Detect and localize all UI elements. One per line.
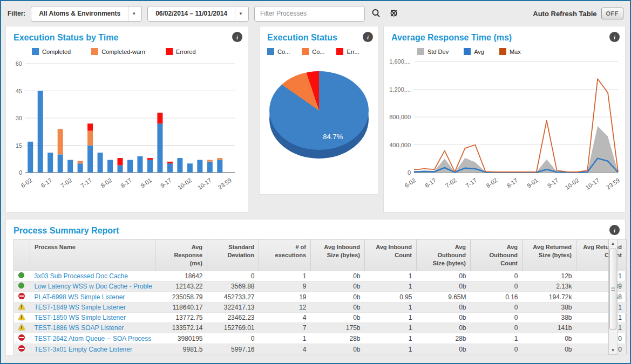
area-chart: 0400,000800,0001,200,...1,600,...6-026-1… <box>384 56 625 192</box>
column-header[interactable]: Standard Deviation <box>207 239 259 271</box>
legend-swatch <box>499 48 506 55</box>
cell-value: 0 <box>471 344 523 355</box>
y-tick-label: 1,200,... <box>389 86 411 93</box>
column-header[interactable]: Avg Returned Size (bytes) <box>523 239 576 271</box>
cell-value: 3980195 <box>155 333 207 344</box>
info-icon[interactable]: i <box>363 32 373 42</box>
info-icon[interactable]: i <box>609 32 620 42</box>
process-name-link[interactable]: TEST-3x01 Empty Cache Listener <box>35 346 132 353</box>
cell-value: 9981.5 <box>155 344 207 355</box>
scroll-down-icon[interactable]: ▼ <box>611 346 615 354</box>
scrollbar-thumb[interactable] <box>609 249 616 329</box>
date-range-dropdown[interactable]: 06/02/2014 – 11/01/2014 ▼ <box>147 6 249 22</box>
bar-segment <box>118 158 123 165</box>
filter-bar: Filter: All Atoms & Environments ▼ 06/02… <box>1 1 630 26</box>
x-tick-label: 10-02 <box>177 177 193 191</box>
process-name-link[interactable]: TEST-2642 Atom Queue -- SOA Process <box>35 335 152 342</box>
legend-label: Errored <box>176 49 196 55</box>
cell-value: 1 <box>365 313 417 323</box>
legend-item: Co... <box>302 48 324 55</box>
column-header[interactable]: Avg Inbound Count <box>365 239 417 271</box>
x-tick-label: 8-17 <box>505 177 519 189</box>
y-tick-label: 0 <box>408 169 411 176</box>
bar-segment <box>197 160 202 173</box>
cell-value: 1 <box>576 313 627 323</box>
legend-swatch <box>302 48 309 55</box>
legend-label: Avg <box>474 49 484 55</box>
cell-value: 5997.16 <box>207 344 259 355</box>
cell-value: 0b <box>417 271 471 281</box>
cell-value: 0b <box>311 313 365 323</box>
table-row: Low Latency WSS w Doc Cache - Proble1214… <box>14 281 627 292</box>
process-name-link[interactable]: Low Latency WSS w Doc Cache - Proble <box>35 283 152 290</box>
execution-status-by-time-panel: Execution Status by Time i CompletedComp… <box>5 26 248 212</box>
pie-chart-legend: Co...Co...Err... <box>260 45 378 56</box>
process-name-link[interactable]: TEST-1886 WS SOAP Listener <box>35 324 124 332</box>
bar-segment <box>207 160 213 161</box>
cell-value: 23462.23 <box>207 313 259 323</box>
column-header[interactable]: # of executions <box>259 239 311 271</box>
legend-label: Max <box>510 49 521 55</box>
filter-label: Filter: <box>8 10 25 17</box>
bar-segment <box>157 113 162 123</box>
column-header[interactable]: Avg Inbound Size (bytes) <box>311 239 365 271</box>
bar-segment <box>147 160 153 173</box>
bar-segment <box>207 162 213 173</box>
cell-value: 1 <box>576 323 627 333</box>
column-header[interactable]: Avg Outbound Count <box>471 239 523 271</box>
cell-value: 0b <box>523 333 576 344</box>
x-tick-label: 10-17 <box>196 177 213 191</box>
x-tick-label: 6-17 <box>424 177 437 189</box>
cell-value: 0b <box>311 271 365 281</box>
scroll-up-icon[interactable]: ▲ <box>611 239 615 248</box>
info-icon[interactable]: i <box>232 32 242 42</box>
cell-value: 8.89 <box>576 281 627 292</box>
clear-search-icon[interactable] <box>388 8 400 19</box>
search-icon[interactable] <box>370 8 382 19</box>
info-icon[interactable]: i <box>609 225 620 235</box>
cell-value: 12b <box>523 271 576 281</box>
column-header[interactable]: Avg Response (ms) <box>155 239 207 271</box>
column-header[interactable]: Avg Outbound Size (bytes) <box>417 239 471 271</box>
cell-value: 1 <box>365 344 417 355</box>
cell-value: 118640.17 <box>155 303 207 313</box>
cell-value: 12143.22 <box>155 281 207 292</box>
atoms-environments-value: All Atoms & Environments <box>31 10 128 17</box>
column-header[interactable]: Process Name <box>30 239 155 271</box>
cell-value: 322417.13 <box>207 303 259 313</box>
x-tick-label: 8-02 <box>99 177 113 189</box>
bar-segment <box>147 158 153 160</box>
status-warning-icon <box>18 314 25 320</box>
pie-chart: 84.7% <box>269 71 369 174</box>
legend-label: Co... <box>277 49 290 55</box>
status-error-icon <box>18 334 25 341</box>
process-filter-input[interactable] <box>254 6 365 22</box>
cell-value: 0b <box>311 292 365 303</box>
column-header[interactable] <box>14 239 30 271</box>
legend-swatch <box>91 48 98 55</box>
process-name-link[interactable]: 3x03 Sub Processed Doc Cache <box>35 272 128 280</box>
y-tick-label: 30 <box>16 115 22 121</box>
table-scrollbar[interactable]: ▲ ▼ <box>608 239 618 355</box>
x-tick-label: 10-17 <box>584 177 600 191</box>
process-summary-panel: Process Summary Report i Process NameAvg… <box>5 219 626 355</box>
area-chart-legend: Std DevAvgMax <box>384 45 625 56</box>
column-header[interactable]: Avg Returned Count <box>576 239 627 271</box>
x-tick-label: 6-02 <box>19 177 33 189</box>
cell-value: 452733.27 <box>207 292 259 303</box>
bar-segment <box>157 123 162 173</box>
legend-swatch <box>464 48 471 55</box>
bar-segment <box>118 166 123 173</box>
process-name-link[interactable]: TEST-1849 WS Simple Listener <box>35 304 126 311</box>
execution-status-panel: Execution Status i Co...Co...Err... 84.7… <box>259 26 379 195</box>
atoms-environments-dropdown[interactable]: All Atoms & Environments ▼ <box>31 6 142 22</box>
cell-value: 28b <box>311 333 365 344</box>
x-tick-label: 10-02 <box>564 177 580 191</box>
cell-value: 0 <box>471 281 523 292</box>
process-name-link[interactable]: PLAT-6998 WS Simple Listener <box>35 293 125 301</box>
process-name-link[interactable]: TEST-1850 WS Simple Listener <box>35 314 126 321</box>
auto-refresh-toggle[interactable]: OFF <box>601 8 624 19</box>
cell-value: 1 <box>365 281 417 292</box>
cell-value: 13772.75 <box>155 313 207 323</box>
table-row: PLAT-6998 WS Simple Listener235058.79452… <box>14 292 627 303</box>
